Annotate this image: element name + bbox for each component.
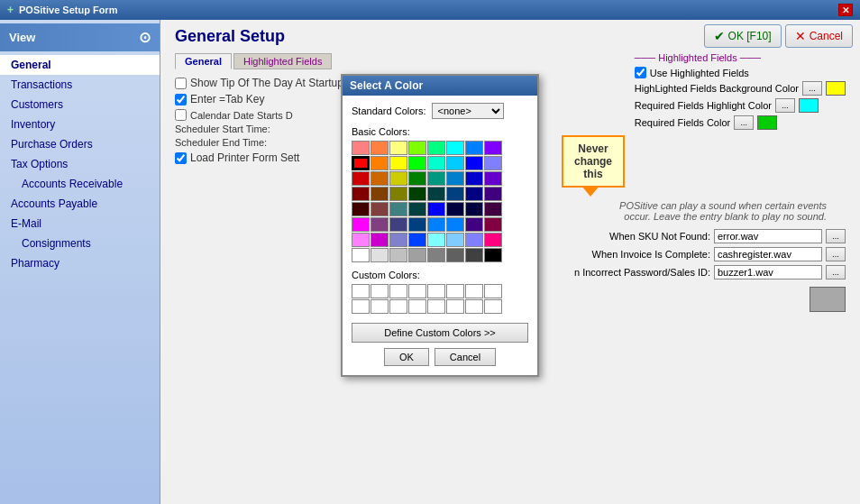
basic-color-cell-36[interactable]	[427, 202, 445, 216]
basic-color-cell-5[interactable]	[446, 141, 464, 155]
basic-color-cell-12[interactable]	[427, 156, 445, 170]
sidebar-item-accounts-payable[interactable]: Accounts Payable	[0, 194, 160, 214]
cancel-button[interactable]: ✕ Cancel	[785, 24, 853, 48]
basic-color-cell-62[interactable]	[465, 248, 483, 262]
sidebar-item-accounts-receivable[interactable]: Accounts Receivable	[0, 174, 160, 194]
basic-color-cell-51[interactable]	[408, 233, 426, 247]
basic-color-cell-35[interactable]	[408, 202, 426, 216]
custom-color-cell-12[interactable]	[427, 299, 445, 314]
sidebar-item-pharmacy[interactable]: Pharmacy	[0, 253, 160, 273]
basic-color-cell-23[interactable]	[484, 171, 502, 186]
custom-color-cell-13[interactable]	[446, 299, 464, 314]
basic-color-cell-45[interactable]	[446, 217, 464, 232]
required-highlight-swatch[interactable]	[799, 98, 819, 113]
sidebar-item-email[interactable]: E-Mail	[0, 214, 160, 234]
custom-color-cell-1[interactable]	[371, 284, 389, 298]
basic-color-cell-3[interactable]	[408, 141, 426, 155]
basic-color-cell-43[interactable]	[408, 217, 426, 232]
color-ok-button[interactable]: OK	[384, 348, 429, 366]
custom-color-cell-14[interactable]	[465, 299, 483, 314]
sku-sound-browse[interactable]: ...	[826, 229, 846, 243]
tab-general[interactable]: General	[175, 53, 232, 69]
basic-color-cell-42[interactable]	[389, 217, 407, 232]
basic-color-cell-58[interactable]	[389, 248, 407, 262]
basic-color-cell-40[interactable]	[352, 217, 370, 232]
required-color-browse[interactable]: ...	[734, 115, 754, 130]
basic-color-cell-57[interactable]	[371, 248, 389, 262]
basic-color-cell-21[interactable]	[446, 171, 464, 186]
invoice-sound-input[interactable]	[714, 247, 822, 261]
basic-color-cell-18[interactable]	[389, 171, 407, 186]
basic-color-cell-63[interactable]	[484, 248, 502, 262]
tab-highlighted-fields[interactable]: Highlighted Fields	[233, 53, 332, 69]
basic-color-cell-15[interactable]	[484, 156, 502, 170]
required-highlight-browse[interactable]: ...	[775, 98, 795, 113]
basic-color-cell-61[interactable]	[446, 248, 464, 262]
custom-color-cell-6[interactable]	[465, 284, 483, 298]
basic-color-cell-17[interactable]	[371, 171, 389, 186]
standard-colors-select[interactable]: <none>	[432, 103, 504, 119]
load-printer-checkbox[interactable]	[175, 152, 187, 164]
sidebar-item-customers[interactable]: Customers	[0, 95, 160, 115]
basic-color-cell-37[interactable]	[446, 202, 464, 216]
custom-color-cell-9[interactable]	[371, 299, 389, 314]
calendar-checkbox[interactable]	[175, 109, 187, 121]
basic-color-cell-46[interactable]	[465, 217, 483, 232]
basic-color-cell-39[interactable]	[484, 202, 502, 216]
sidebar-item-general[interactable]: General	[0, 55, 160, 75]
custom-color-cell-0[interactable]	[352, 284, 370, 298]
basic-color-cell-34[interactable]	[389, 202, 407, 216]
custom-color-cell-7[interactable]	[484, 284, 502, 298]
basic-color-cell-44[interactable]	[427, 217, 445, 232]
basic-color-cell-52[interactable]	[427, 233, 445, 247]
use-highlighted-checkbox[interactable]	[635, 67, 646, 78]
invoice-sound-browse[interactable]: ...	[826, 247, 846, 261]
basic-color-cell-32[interactable]	[352, 202, 370, 216]
sku-sound-input[interactable]	[714, 229, 822, 243]
define-custom-colors-button[interactable]: Define Custom Colors >>	[352, 323, 528, 343]
basic-color-cell-26[interactable]	[389, 187, 407, 201]
custom-color-cell-4[interactable]	[427, 284, 445, 298]
basic-color-cell-30[interactable]	[465, 187, 483, 201]
basic-color-cell-56[interactable]	[352, 248, 370, 262]
required-color-swatch[interactable]	[757, 115, 777, 130]
sidebar-item-purchase-orders[interactable]: Purchase Orders	[0, 134, 160, 154]
basic-color-cell-6[interactable]	[465, 141, 483, 155]
basic-color-cell-9[interactable]	[371, 156, 389, 170]
custom-color-cell-15[interactable]	[484, 299, 502, 314]
basic-color-cell-38[interactable]	[465, 202, 483, 216]
sidebar-item-consignments[interactable]: Consignments	[0, 234, 160, 253]
ok-button[interactable]: ✔ OK [F10]	[704, 24, 782, 48]
basic-color-cell-22[interactable]	[465, 171, 483, 186]
basic-color-cell-8[interactable]	[352, 156, 370, 170]
sidebar-item-inventory[interactable]: Inventory	[0, 115, 160, 134]
custom-color-cell-11[interactable]	[408, 299, 426, 314]
basic-color-cell-11[interactable]	[408, 156, 426, 170]
basic-color-cell-20[interactable]	[427, 171, 445, 186]
basic-color-cell-41[interactable]	[371, 217, 389, 232]
custom-color-cell-2[interactable]	[389, 284, 407, 298]
sidebar-header[interactable]: View ⊙	[0, 23, 160, 51]
custom-color-cell-8[interactable]	[352, 299, 370, 314]
calendar-checkbox-label[interactable]: Calendar Date Starts D	[175, 109, 293, 121]
color-cancel-button[interactable]: Cancel	[435, 348, 496, 366]
basic-color-cell-2[interactable]	[389, 141, 407, 155]
enter-tab-checkbox[interactable]	[175, 94, 187, 105]
basic-color-cell-33[interactable]	[371, 202, 389, 216]
basic-color-cell-13[interactable]	[446, 156, 464, 170]
custom-color-cell-5[interactable]	[446, 284, 464, 298]
basic-color-cell-28[interactable]	[427, 187, 445, 201]
basic-color-cell-60[interactable]	[427, 248, 445, 262]
sidebar-collapse-icon[interactable]: ⊙	[139, 29, 151, 46]
bg-color-swatch[interactable]	[826, 81, 846, 96]
close-button[interactable]: ✕	[838, 4, 853, 16]
basic-color-cell-14[interactable]	[465, 156, 483, 170]
sidebar-item-tax-options[interactable]: Tax Options	[0, 154, 160, 174]
basic-color-cell-4[interactable]	[427, 141, 445, 155]
basic-color-cell-49[interactable]	[371, 233, 389, 247]
custom-color-cell-3[interactable]	[408, 284, 426, 298]
basic-color-cell-19[interactable]	[408, 171, 426, 186]
basic-color-cell-54[interactable]	[465, 233, 483, 247]
basic-color-cell-55[interactable]	[484, 233, 502, 247]
password-sound-input[interactable]	[714, 265, 822, 279]
